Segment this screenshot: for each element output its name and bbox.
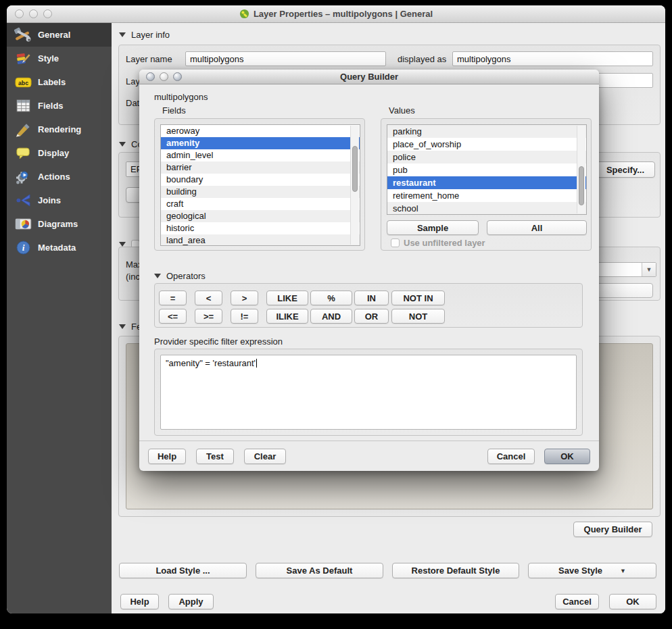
sidebar-item-style[interactable]: Style [7, 47, 112, 70]
dialog-title: Query Builder [139, 70, 599, 84]
specify-crs-button[interactable]: Specify... [596, 161, 655, 178]
layer-info-header[interactable]: Layer info [119, 29, 170, 40]
field-list-item[interactable]: geological [161, 210, 360, 222]
svg-text:i: i [22, 243, 24, 253]
paintbrush-icon [14, 121, 32, 139]
sample-button[interactable]: Sample [387, 220, 479, 235]
field-list-item[interactable]: aeroway [161, 125, 360, 137]
svg-text:abc: abc [18, 79, 28, 86]
operator---button[interactable]: <= [159, 309, 187, 324]
value-list-item[interactable]: retirement_home [387, 189, 586, 202]
qb-help-button[interactable]: Help [148, 449, 186, 464]
filter-expression-input[interactable]: "amenity" = 'restaurant' [160, 355, 577, 430]
qb-ok-button[interactable]: OK [544, 449, 590, 464]
sidebar-item-labels[interactable]: abc Labels [7, 70, 112, 94]
apply-button[interactable]: Apply [168, 594, 214, 609]
data-source-label: Dat [126, 98, 139, 108]
sidebar-item-actions[interactable]: Actions [7, 165, 112, 188]
field-list-item[interactable]: barrier [161, 161, 360, 174]
operator---button[interactable]: < [195, 291, 222, 305]
join-arrow-icon [14, 192, 32, 209]
features-header[interactable]: Fe [119, 321, 141, 332]
sidebar-item-diagrams[interactable]: Diagrams [7, 212, 112, 236]
value-list-item[interactable]: pub [387, 163, 586, 176]
sidebar-item-general[interactable]: General [7, 23, 112, 47]
value-list-item[interactable]: restaurant [387, 176, 586, 189]
info-circle-icon: i [14, 239, 32, 257]
query-builder-dialog: Query Builder multipolygons Fields Value… [139, 70, 599, 471]
operator---button[interactable]: != [231, 309, 258, 324]
field-list-item[interactable]: amenity [161, 137, 360, 149]
qb-clear-button[interactable]: Clear [244, 449, 286, 464]
main-titlebar[interactable]: Layer Properties – multipolygons | Gener… [7, 5, 665, 23]
gear-play-icon [14, 168, 32, 186]
help-button[interactable]: Help [120, 594, 159, 609]
values-label: Values [389, 105, 415, 116]
field-list-item[interactable]: land_area [161, 234, 360, 246]
operator-like-button[interactable]: LIKE [266, 291, 308, 305]
sidebar-item-label: Rendering [38, 124, 81, 134]
disclosure-triangle-icon [119, 242, 126, 247]
displayed-as-input[interactable]: multipolygons [452, 51, 653, 66]
use-unfiltered-layer-checkbox[interactable] [391, 238, 400, 247]
window-title-row: Layer Properties – multipolygons | Gener… [7, 5, 665, 22]
fields-scrollbar[interactable] [350, 126, 359, 245]
operator---button[interactable]: >= [195, 309, 222, 324]
field-list-item[interactable]: craft [161, 198, 360, 210]
operator---button[interactable]: > [231, 291, 258, 305]
scrollbar-thumb[interactable] [352, 146, 358, 192]
pie-chart-icon [14, 216, 32, 233]
disclosure-triangle-icon [119, 32, 126, 37]
ok-button[interactable]: OK [609, 594, 656, 609]
sidebar-item-fields[interactable]: Fields [7, 94, 112, 118]
save-style-dropdown-button[interactable]: Save Style ▼ [528, 563, 656, 578]
qb-cancel-button[interactable]: Cancel [487, 449, 535, 464]
operator-not-in-button[interactable]: NOT IN [391, 291, 445, 305]
field-list-item[interactable]: historic [161, 222, 360, 234]
value-list-item[interactable]: police [387, 151, 586, 163]
operator---button[interactable]: % [310, 291, 352, 305]
sidebar: General Style abc Labels Fields [7, 23, 112, 613]
operators-header[interactable]: Operators [154, 270, 206, 281]
field-list-item[interactable]: boundary [161, 174, 360, 186]
operator-ilike-button[interactable]: ILIKE [266, 309, 308, 324]
inclusive-label: (inc [126, 272, 140, 282]
values-scrollbar[interactable] [577, 126, 585, 213]
operator-not-button[interactable]: NOT [391, 309, 445, 324]
query-builder-button[interactable]: Query Builder [573, 522, 652, 537]
cancel-button[interactable]: Cancel [555, 594, 599, 609]
sidebar-item-label: Fields [38, 101, 64, 111]
tools-icon [14, 26, 32, 44]
field-list-item[interactable]: admin_level [161, 149, 360, 161]
value-list-item[interactable]: school [387, 202, 586, 215]
screen: Layer Properties – multipolygons | Gener… [0, 0, 672, 629]
qb-test-button[interactable]: Test [196, 449, 234, 464]
restore-default-style-button[interactable]: Restore Default Style [392, 563, 519, 578]
sidebar-item-label: Display [38, 148, 69, 158]
operator---button[interactable]: = [159, 291, 187, 305]
layer-source-label: Lay [126, 76, 140, 86]
load-style-button[interactable]: Load Style ... [119, 563, 247, 578]
filter-expression-label: Provider specific filter expression [154, 336, 283, 347]
operators-groupbox: =<>LIKE%INNOT IN<=>=!=ILIKEANDORNOT [154, 283, 583, 328]
chevron-down-icon[interactable]: ▼ [642, 263, 656, 276]
sidebar-item-display[interactable]: Display [7, 141, 112, 165]
operator-in-button[interactable]: IN [354, 291, 389, 305]
value-list-item[interactable]: parking [387, 125, 586, 138]
sidebar-item-joins[interactable]: Joins [7, 188, 112, 212]
dialog-titlebar[interactable]: Query Builder [139, 70, 599, 84]
operator-or-button[interactable]: OR [354, 309, 389, 324]
speech-bubble-icon [14, 145, 32, 162]
save-as-default-button[interactable]: Save As Default [256, 563, 383, 578]
all-button[interactable]: All [487, 220, 587, 235]
field-list-item[interactable]: building [161, 186, 360, 198]
operator-and-button[interactable]: AND [310, 309, 352, 324]
scrollbar-thumb[interactable] [579, 166, 584, 205]
value-list-item[interactable]: place_of_worship [387, 138, 586, 151]
sidebar-item-rendering[interactable]: Rendering [7, 118, 112, 141]
layer-name-input[interactable]: multipolygons [185, 51, 386, 66]
sidebar-item-label: Joins [38, 195, 61, 205]
fields-groupbox: aerowayamenityadmin_levelbarrierboundary… [154, 118, 365, 251]
sidebar-item-metadata[interactable]: i Metadata [7, 236, 112, 259]
use-unfiltered-layer-label: Use unfiltered layer [404, 238, 485, 248]
